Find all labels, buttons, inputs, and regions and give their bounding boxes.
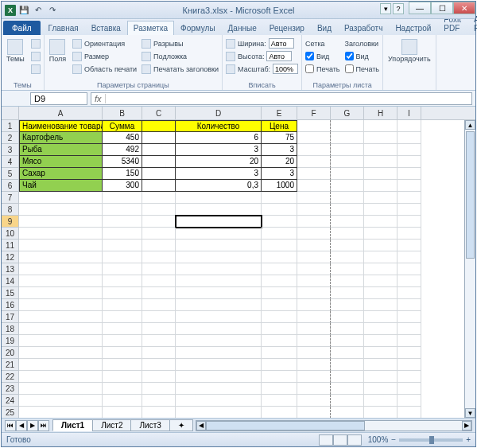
undo-button[interactable]: ↶ — [32, 4, 45, 17]
row-header-21[interactable]: 21 — [2, 359, 18, 371]
cell-A16[interactable] — [19, 299, 103, 311]
cell-B21[interactable] — [103, 359, 142, 371]
cell-B9[interactable] — [103, 216, 142, 228]
cell-H7[interactable] — [364, 192, 398, 204]
cell-E11[interactable] — [262, 240, 297, 251]
height-control[interactable]: Высота: — [226, 50, 298, 62]
cell-E23[interactable] — [262, 383, 297, 395]
cell-C12[interactable] — [142, 251, 176, 263]
minimize-button[interactable]: — — [409, 2, 431, 14]
cell-H9[interactable] — [364, 216, 398, 228]
cell-G7[interactable] — [331, 192, 364, 204]
cell-D6[interactable]: 0,3 — [176, 180, 262, 192]
col-header-H[interactable]: H — [364, 107, 398, 119]
row-header-25[interactable]: 25 — [2, 407, 18, 418]
cell-G22[interactable] — [331, 371, 364, 383]
row-header-18[interactable]: 18 — [2, 323, 18, 335]
cell-I1[interactable] — [398, 120, 421, 132]
cell-I8[interactable] — [398, 204, 421, 216]
cell-F21[interactable] — [297, 359, 331, 371]
row-header-2[interactable]: 2 — [2, 132, 18, 144]
cell-I22[interactable] — [398, 371, 421, 383]
cell-I9[interactable] — [398, 216, 421, 228]
cell-A17[interactable] — [19, 311, 103, 323]
size-button[interactable]: Размер — [72, 50, 137, 62]
cell-C24[interactable] — [142, 395, 176, 407]
cell-H23[interactable] — [364, 383, 398, 395]
cell-E15[interactable] — [262, 287, 297, 299]
scroll-down-icon[interactable]: ▼ — [465, 408, 475, 418]
cell-G24[interactable] — [331, 395, 364, 407]
cell-H6[interactable] — [364, 180, 398, 192]
tab-view[interactable]: Вид — [311, 21, 338, 35]
row-header-3[interactable]: 3 — [2, 144, 18, 156]
background-button[interactable]: Подложка — [142, 50, 219, 62]
cell-A22[interactable] — [19, 371, 103, 383]
col-header-D[interactable]: D — [176, 107, 262, 119]
cell-F12[interactable] — [297, 251, 331, 263]
cell-D8[interactable] — [176, 204, 262, 216]
row-header-20[interactable]: 20 — [2, 347, 18, 359]
cell-C1[interactable] — [142, 120, 176, 132]
cell-I18[interactable] — [398, 323, 421, 335]
cell-F17[interactable] — [297, 311, 331, 323]
cell-G17[interactable] — [331, 311, 364, 323]
cell-D11[interactable] — [176, 240, 262, 251]
width-input[interactable] — [269, 38, 294, 49]
col-header-B[interactable]: B — [103, 107, 142, 119]
cell-I16[interactable] — [398, 299, 421, 311]
cell-B12[interactable] — [103, 251, 142, 263]
name-box[interactable]: D9 — [30, 92, 87, 105]
cell-B13[interactable] — [103, 263, 142, 275]
cell-F25[interactable] — [297, 407, 331, 418]
cell-B1[interactable]: Сумма — [103, 120, 142, 132]
cell-F18[interactable] — [297, 323, 331, 335]
row-header-19[interactable]: 19 — [2, 335, 18, 347]
cell-H25[interactable] — [364, 407, 398, 418]
cell-C6[interactable] — [142, 180, 176, 192]
cell-A15[interactable] — [19, 287, 103, 299]
cell-H24[interactable] — [364, 395, 398, 407]
cell-D25[interactable] — [176, 407, 262, 418]
cell-B10[interactable] — [103, 228, 142, 240]
cell-C20[interactable] — [142, 347, 176, 359]
cell-A19[interactable] — [19, 335, 103, 347]
cell-A2[interactable]: Картофель — [19, 132, 103, 144]
tab-review[interactable]: Рецензир — [263, 21, 311, 35]
sheet-tab-1[interactable]: Лист1 — [52, 419, 93, 431]
cell-E12[interactable] — [262, 251, 297, 263]
row-header-22[interactable]: 22 — [2, 371, 18, 383]
cell-B20[interactable] — [103, 347, 142, 359]
row-header-12[interactable]: 12 — [2, 251, 18, 263]
col-header-A[interactable]: A — [19, 107, 103, 119]
cell-E16[interactable] — [262, 299, 297, 311]
scroll-up-icon[interactable]: ▲ — [465, 120, 475, 130]
cell-G16[interactable] — [331, 299, 364, 311]
row-header-8[interactable]: 8 — [2, 204, 18, 216]
select-all-corner[interactable] — [2, 107, 18, 120]
cell-C9[interactable] — [142, 216, 176, 228]
cell-A8[interactable] — [19, 204, 103, 216]
cell-A23[interactable] — [19, 383, 103, 395]
arrange-button[interactable]: Упорядочить — [386, 37, 432, 64]
cell-D15[interactable] — [176, 287, 262, 299]
cell-D10[interactable] — [176, 228, 262, 240]
cell-H20[interactable] — [364, 347, 398, 359]
cell-A21[interactable] — [19, 359, 103, 371]
cell-F20[interactable] — [297, 347, 331, 359]
cell-F7[interactable] — [297, 192, 331, 204]
cell-A18[interactable] — [19, 323, 103, 335]
sheet-first-icon[interactable]: ⏮ — [5, 420, 16, 431]
cell-A9[interactable] — [19, 216, 103, 228]
tab-home[interactable]: Главная — [42, 21, 85, 35]
row-header-6[interactable]: 6 — [2, 180, 18, 192]
themes-button[interactable]: Темы — [5, 37, 26, 64]
cell-B25[interactable] — [103, 407, 142, 418]
cell-G11[interactable] — [331, 240, 364, 251]
margins-button[interactable]: Поля — [48, 37, 68, 64]
theme-effects-button[interactable] — [31, 63, 41, 75]
cell-B14[interactable] — [103, 275, 142, 287]
row-header-10[interactable]: 10 — [2, 228, 18, 240]
cell-I6[interactable] — [398, 180, 421, 192]
cell-E13[interactable] — [262, 263, 297, 275]
